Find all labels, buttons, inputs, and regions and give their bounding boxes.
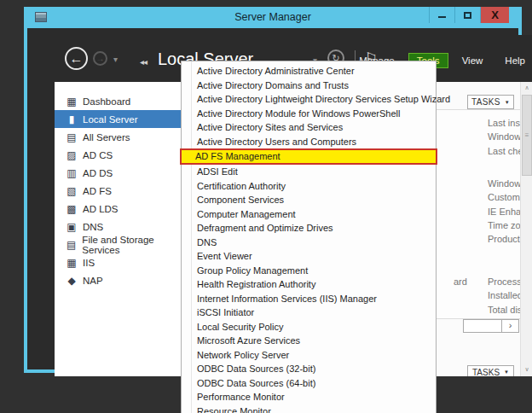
property-label: Last inst [488,116,523,130]
menu-item[interactable]: Certification Authority [182,179,436,194]
sidebar-item-label: DNS [83,222,103,232]
property-label-group: ProcessInstalledTotal dis [488,275,523,317]
menu-item[interactable]: Defragment and Optimize Drives [182,221,436,236]
menu-item[interactable]: Computer Management [182,207,436,222]
menu-item[interactable]: Active Directory Domains and Trusts [182,79,436,93]
scroll-down-icon[interactable]: ∨ [521,364,532,375]
dns-icon: ▣ [66,222,78,232]
menu-item[interactable]: Active Directory Lightweight Directory S… [182,92,436,107]
tasks-button-label: TASKS [471,97,500,107]
property-label-group: Last instWindowLast che [488,116,523,158]
sidebar-item-label: IIS [83,258,95,268]
ad-fs-icon: ▧ [66,186,78,196]
vertical-scrollbar[interactable]: ∧ ≡ ∨ [520,82,532,376]
nap-icon: ◆ [66,276,78,286]
sidebar-item-label: AD CS [83,150,113,160]
menu-item[interactable]: Event Viewer [182,249,436,264]
breadcrumb-collapse-icon[interactable]: ◂◂ [140,57,147,67]
chevron-down-icon: ▼ [504,369,509,375]
properties-tasks-button[interactable]: TASKS ▼ [467,95,514,109]
sidebar-item[interactable]: ▤ All Servers [55,128,200,146]
sidebar-item[interactable]: ▦ Dashboard [55,92,200,110]
sidebar-item-label: All Servers [83,132,130,143]
menu-item[interactable]: DNS [182,236,436,250]
sidebar-item-label: Dashboard [83,96,130,107]
menu-item[interactable]: Resource Monitor [182,404,436,413]
sidebar-item[interactable]: ▮ Local Server [55,110,200,128]
menu-item[interactable]: Health Registration Authority [182,277,436,292]
file-and-storage-icon: ▤ [66,240,77,250]
menu-item[interactable]: Network Policy Server [182,348,436,363]
menu-item[interactable]: Active Directory Users and Computers [182,135,436,149]
scroll-up-icon[interactable]: ∧ [521,82,532,93]
property-label: Product [488,232,524,246]
tools-dropdown-menu: Active Directory Administrative CenterAc… [181,61,437,413]
menu-item[interactable]: Active Directory Sites and Services [182,120,436,135]
close-button[interactable]: X [480,7,509,23]
tasks-button-label: TASKS [472,368,500,377]
menubar-item[interactable]: View [454,53,492,68]
menu-item[interactable]: Active Directory Administrative Center [182,64,436,79]
menu-item[interactable]: Internet Information Services (IIS) Mana… [182,292,436,306]
ad-cs-icon: ▨ [66,150,78,160]
menu-item[interactable]: AD FS Management [180,148,437,165]
menu-item[interactable]: ODBC Data Sources (32-bit) [182,362,436,376]
menu-item[interactable]: iSCSI Initiator [182,305,436,320]
sidebar-item[interactable]: ▧ AD FS [55,182,200,200]
sidebar-item-label: AD LDS [83,204,119,214]
back-button[interactable]: ← [65,47,88,70]
maximize-button[interactable] [454,7,480,23]
property-label: Installed [488,288,523,302]
property-label: Total dis [488,303,523,317]
local-server-icon: ▮ [66,114,78,125]
menu-item[interactable]: Group Policy Management [182,264,436,278]
forward-button[interactable]: → [93,51,107,66]
maximize-icon [464,12,471,19]
menu-item[interactable]: Performance Monitor [182,390,436,404]
menubar-item[interactable]: Help [496,53,532,68]
menu-item[interactable]: Microsoft Azure Services [182,334,436,348]
horizontal-scrollbar[interactable]: › [463,319,519,333]
titlebar[interactable]: Server Manager X [27,7,518,28]
sidebar-item[interactable]: ▣ DNS [55,218,200,236]
events-tasks-button[interactable]: TASKS ▼ [467,365,514,376]
scrollbar-thumb[interactable]: ≡ [522,95,532,176]
sidebar-item[interactable]: ▦ IIS [55,253,200,271]
sidebar-item[interactable]: ▨ AD CS [55,146,200,164]
property-label: Window [488,130,523,143]
scrollbar-grip-icon: ≡ [525,131,529,139]
sidebar-item-label: File and Storage Services [82,235,189,255]
iis-icon: ▦ [66,258,78,268]
scroll-right-icon[interactable]: › [501,320,518,332]
property-label: IE Enhar [488,205,524,218]
window-controls: X [429,7,509,23]
chevron-down-icon: ▼ [505,100,510,105]
sidebar-item-label: AD FS [83,186,112,196]
sidebar-item[interactable]: ◆ NAP [55,271,200,289]
minimize-button[interactable] [429,7,454,23]
sidebar-item-label: AD DS [83,168,113,178]
sidebar-item[interactable]: ▥ AD DS [55,164,200,182]
property-label-group: WindowCustomIE EnharTime zoProduct [488,177,524,246]
menu-item[interactable]: ODBC Data Sources (64-bit) [182,376,436,391]
sidebar-item[interactable]: ▩ AD LDS [55,200,200,218]
sidebar-item-label: NAP [83,276,103,286]
menu-item[interactable]: Active Directory Module for Windows Powe… [182,107,436,121]
dashboard-icon: ▦ [66,96,78,107]
minimize-icon [438,16,446,18]
ad-ds-icon: ▥ [66,168,78,178]
desktop-background: Server Manager X ← → ▾ ◂◂ Local Server ▾… [0,0,532,413]
ad-lds-icon: ▩ [66,204,78,214]
property-label: Window [488,177,524,190]
sidebar-item-label: Local Server [83,114,138,125]
sidebar-item[interactable]: ▤ File and Storage Services ▷ [55,236,200,253]
menu-item[interactable]: ADSI Edit [182,165,436,179]
property-label: Process [488,275,523,288]
property-label: Last che [488,144,523,158]
history-dropdown-icon[interactable]: ▾ [113,55,118,64]
menu-item[interactable]: Component Services [182,193,436,207]
property-label: Custom [488,190,524,204]
sidebar: ▦ Dashboard ▮ Local Server ▤ All Servers… [55,82,200,376]
menu-item[interactable]: Local Security Policy [182,320,436,334]
all-servers-icon: ▤ [66,132,78,143]
